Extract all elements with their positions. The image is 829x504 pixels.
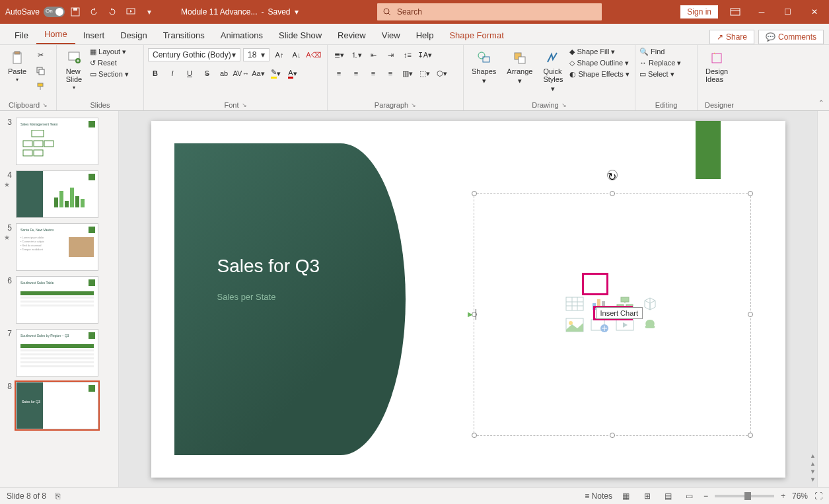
shape-effects-button[interactable]: ◐ Shape Effects ▾	[569, 70, 629, 79]
notes-button[interactable]: ≡ Notes	[585, 491, 612, 501]
tab-view[interactable]: View	[374, 25, 408, 44]
increase-font-icon[interactable]: A↑	[272, 48, 287, 62]
shadow-icon[interactable]: ab	[217, 66, 231, 81]
italic-icon[interactable]: I	[165, 66, 180, 81]
underline-icon[interactable]: U	[182, 66, 197, 81]
numbering-icon[interactable]: ⒈▾	[349, 48, 363, 62]
font-color-icon[interactable]: A▾	[285, 66, 300, 81]
maximize-icon[interactable]: ☐	[779, 3, 797, 21]
resize-handle[interactable]	[610, 191, 615, 196]
undo-icon[interactable]	[89, 7, 99, 17]
slide-canvas-area[interactable]: Sales for Q3 Sales per State ↻ ▶	[119, 111, 817, 487]
line-spacing-icon[interactable]: ↕≡	[400, 48, 415, 62]
qat-more-icon[interactable]: ▾	[144, 7, 155, 17]
redo-icon[interactable]	[107, 7, 118, 17]
shapes-button[interactable]: Shapes▾	[468, 48, 500, 88]
close-icon[interactable]: ✕	[805, 3, 824, 21]
content-placeholder[interactable]: ↻ ▶	[474, 193, 751, 436]
clear-format-icon[interactable]: A⌫	[306, 48, 321, 62]
decrease-indent-icon[interactable]: ⇤	[366, 48, 380, 62]
design-ideas-button[interactable]: Design Ideas	[702, 48, 732, 86]
accessibility-icon[interactable]: ⎘	[55, 491, 60, 501]
slide-title[interactable]: Sales for Q3	[217, 256, 320, 277]
select-button[interactable]: ▭ Select ▾	[639, 70, 681, 79]
quick-styles-button[interactable]: Quick Styles▾	[539, 48, 567, 96]
drawing-launcher-icon[interactable]: ↘	[561, 102, 567, 108]
scroll-arrows[interactable]: ▲▲▼▼	[810, 452, 816, 483]
bold-icon[interactable]: B	[148, 66, 162, 81]
clipboard-launcher-icon[interactable]: ↘	[42, 102, 48, 108]
share-button[interactable]: ↗ Share	[709, 30, 754, 44]
fit-to-window-icon[interactable]: ⛶	[814, 491, 822, 501]
zoom-slider[interactable]	[715, 495, 774, 497]
replace-button[interactable]: ↔ Replace ▾	[639, 59, 681, 67]
thumbnail-slide-6[interactable]: Southwest Sales Table	[16, 276, 98, 324]
tab-animations[interactable]: Animations	[213, 25, 271, 44]
slideshow-start-icon[interactable]	[126, 7, 136, 17]
new-slide-button[interactable]: New Slide▾	[61, 48, 87, 93]
layout-button[interactable]: ▦ Layout ▾	[90, 48, 129, 56]
find-button[interactable]: 🔍 Find	[639, 48, 681, 56]
reading-view-icon[interactable]: ▤	[661, 489, 676, 503]
text-direction-icon[interactable]: ↧A▾	[417, 48, 432, 62]
collapse-ribbon-icon[interactable]: ⌃	[818, 99, 824, 106]
thumbnail-slide-7[interactable]: Southwest Sales by Region – Q3	[16, 329, 98, 377]
cut-icon[interactable]: ✂	[33, 48, 48, 62]
resize-handle[interactable]	[472, 191, 477, 196]
bullets-icon[interactable]: ≣▾	[332, 48, 346, 62]
autosave-toggle[interactable]: AutoSave On	[5, 7, 65, 17]
comments-button[interactable]: 💬 Comments	[758, 30, 824, 44]
save-icon[interactable]	[70, 7, 81, 17]
format-painter-icon[interactable]	[33, 79, 48, 94]
resize-handle[interactable]	[610, 433, 615, 438]
arrange-button[interactable]: Arrange▾	[503, 48, 536, 88]
slideshow-view-icon[interactable]: ▭	[682, 489, 697, 503]
align-text-icon[interactable]: ⬚▾	[417, 66, 432, 81]
decrease-font-icon[interactable]: A↓	[289, 48, 304, 62]
copy-icon[interactable]	[33, 63, 48, 78]
shape-outline-button[interactable]: ◇ Shape Outline ▾	[569, 59, 629, 67]
char-spacing-icon[interactable]: AV↔	[234, 66, 248, 81]
thumbnail-slide-3[interactable]: Sales Management Team	[16, 118, 98, 165]
justify-icon[interactable]: ≡	[383, 66, 398, 81]
paragraph-launcher-icon[interactable]: ↘	[411, 102, 416, 108]
tab-review[interactable]: Review	[330, 25, 374, 44]
vertical-scrollbar[interactable]	[817, 111, 829, 487]
section-button[interactable]: ▭ Section ▾	[90, 70, 129, 79]
ribbon-display-icon[interactable]	[726, 3, 744, 21]
tab-file[interactable]: File	[7, 25, 36, 44]
slide-thumbnail-panel[interactable]: 3 Sales Management Team 4★ 5★ Santa Fe, …	[0, 111, 119, 487]
thumbnail-slide-8[interactable]: Sales for Q3	[16, 382, 98, 429]
shape-fill-button[interactable]: ◆ Shape Fill ▾	[569, 48, 629, 56]
tab-slideshow[interactable]: Slide Show	[271, 25, 330, 44]
reset-button[interactable]: ↺ Reset	[90, 59, 129, 67]
paste-button[interactable]: Paste▾	[4, 48, 30, 85]
tab-home[interactable]: Home	[36, 24, 75, 44]
thumbnail-slide-5[interactable]: Santa Fe, New Mexico• Lorem ipsum dolor•…	[16, 223, 98, 271]
zoom-level[interactable]: 76%	[792, 491, 808, 501]
resize-handle[interactable]	[748, 312, 753, 317]
font-launcher-icon[interactable]: ↘	[242, 102, 247, 108]
tab-insert[interactable]: Insert	[75, 25, 113, 44]
resize-handle[interactable]	[472, 433, 477, 438]
rotate-handle-icon[interactable]: ↻	[607, 170, 618, 180]
highlight-icon[interactable]: ✎▾	[268, 66, 283, 81]
tab-transitions[interactable]: Transitions	[155, 25, 213, 44]
font-family-combo[interactable]: Century Gothic (Body)▾	[148, 48, 240, 61]
sorter-view-icon[interactable]: ⊞	[640, 489, 655, 503]
sign-in-button[interactable]: Sign in	[680, 5, 718, 18]
tab-design[interactable]: Design	[112, 25, 155, 44]
search-input[interactable]: Search	[377, 3, 602, 20]
strikethrough-icon[interactable]: S̶	[199, 66, 214, 81]
font-size-combo[interactable]: 18▾	[243, 48, 270, 61]
align-right-icon[interactable]: ≡	[366, 66, 380, 81]
align-left-icon[interactable]: ≡	[332, 66, 346, 81]
columns-icon[interactable]: ▥▾	[400, 66, 415, 81]
slide-subtitle[interactable]: Sales per State	[217, 292, 276, 302]
minimize-icon[interactable]: ─	[752, 3, 771, 21]
insert-picture-icon[interactable]	[563, 316, 586, 334]
increase-indent-icon[interactable]: ⇥	[383, 48, 398, 62]
thumbnail-slide-4[interactable]	[16, 170, 98, 218]
zoom-out-icon[interactable]: −	[703, 491, 708, 501]
tab-help[interactable]: Help	[408, 25, 442, 44]
